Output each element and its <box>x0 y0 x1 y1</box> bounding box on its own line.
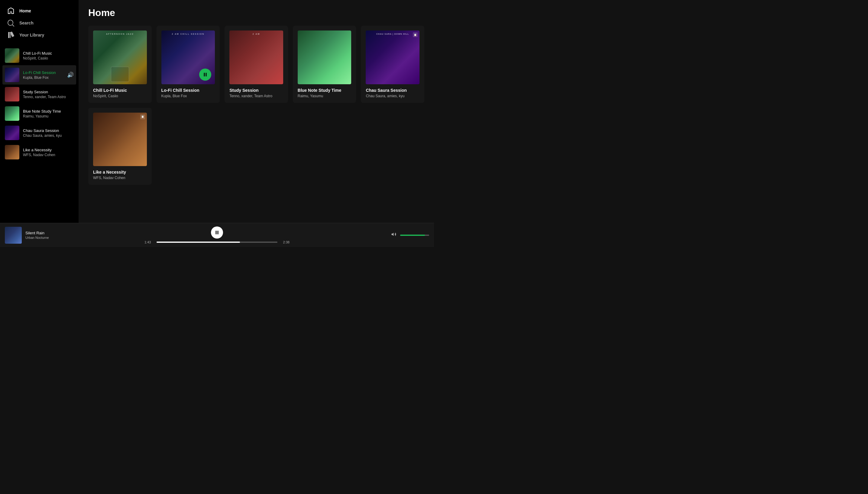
library-item-artists: Tenno, xander, Team Astro <box>23 95 74 99</box>
playlist-card-thumb: 📋 <box>93 113 147 166</box>
svg-rect-3 <box>206 73 207 76</box>
playing-icon: 🔊 <box>67 72 74 78</box>
page-title: Home <box>88 7 424 18</box>
playlist-card-title: Chill Lo-Fi Music <box>93 88 147 93</box>
library-item-name: Study Session <box>23 90 74 94</box>
playlist-card-title: Lo-Fi Chill Session <box>161 88 215 93</box>
player-thumb <box>5 227 22 244</box>
library-list: Chill Lo-Fi Music NoSpirit, Casiio Lo-Fi… <box>0 46 78 218</box>
library-item-info: Chau Saura Session Chau Saura, amies, ky… <box>23 128 74 138</box>
library-item[interactable]: Like a Necessity WFS, Nadav Cohen <box>2 142 76 162</box>
playlist-card-artists: Chau Saura, amies, kyu <box>366 94 419 98</box>
library-item-info: Lo-Fi Chill Session Kupla, Blue Fox <box>23 70 64 80</box>
library-item-thumb <box>5 126 19 140</box>
library-icon <box>7 32 15 39</box>
playlist-card-artists: Raimu, Yasumu <box>298 94 351 98</box>
library-item-artists: NoSpirit, Casiio <box>23 56 74 60</box>
svg-rect-4 <box>216 231 217 234</box>
card-pause-button[interactable] <box>199 69 211 81</box>
library-item-artists: Chau Saura, amies, kyu <box>23 133 74 138</box>
library-item-artists: WFS, Nadav Cohen <box>23 153 74 157</box>
playlist-card-title: Chau Saura Session <box>366 88 419 93</box>
playlist-card[interactable]: 📋 Like a Necessity WFS, Nadav Cohen <box>88 108 152 185</box>
volume-icon <box>391 232 397 239</box>
playlist-card-thumb: AFTERNOON JAZZ <box>93 31 147 84</box>
playlist-card-thumb: CHAU SARA | DOWN HILL 📋 <box>366 31 419 84</box>
player-right <box>345 232 429 239</box>
svg-rect-5 <box>218 231 218 234</box>
playlist-card-title: Blue Note Study Time <box>298 88 351 93</box>
sidebar-nav: Home Search Your Library <box>0 5 78 41</box>
sidebar-home-label: Home <box>19 8 31 13</box>
playlist-card[interactable]: Blue Note Study Time Raimu, Yasumu <box>293 26 356 103</box>
progress-fill <box>157 242 240 243</box>
sidebar-item-home[interactable]: Home <box>5 5 74 17</box>
library-item[interactable]: Chill Lo-Fi Music NoSpirit, Casiio <box>2 46 76 65</box>
library-item-thumb <box>5 106 19 121</box>
playlist-card-artists: Tenno, xander, Team Astro <box>229 94 283 98</box>
svg-rect-2 <box>204 73 205 76</box>
library-item-thumb <box>5 145 19 159</box>
library-item-name: Chau Saura Session <box>23 128 74 133</box>
library-item-artists: Kupla, Blue Fox <box>23 75 64 80</box>
library-item-info: Blue Note Study Time Raimu, Yasumu <box>23 109 74 118</box>
library-item-name: Chill Lo-Fi Music <box>23 51 74 56</box>
pause-button[interactable] <box>211 226 223 239</box>
player-current-time: 1:43 <box>144 240 154 244</box>
library-item-thumb <box>5 68 19 82</box>
playlist-card[interactable]: AFTERNOON JAZZ Chill Lo-Fi Music NoSpiri… <box>88 26 152 103</box>
player-progress: 1:43 2:38 <box>144 240 290 244</box>
player-controls: 1:43 2:38 <box>89 226 345 244</box>
sidebar-item-library[interactable]: Your Library <box>5 29 74 41</box>
library-item[interactable]: Blue Note Study Time Raimu, Yasumu <box>2 104 76 123</box>
player-total-time: 2:38 <box>280 240 290 244</box>
home-icon <box>7 7 15 15</box>
playlist-card-artists: NoSpirit, Casiio <box>93 94 147 98</box>
playlist-card[interactable]: 2 AM Study Session Tenno, xander, Team A… <box>224 26 288 103</box>
volume-bar[interactable] <box>400 235 429 236</box>
sidebar-item-search[interactable]: Search <box>5 17 74 29</box>
player-buttons <box>211 226 223 239</box>
search-icon <box>7 19 15 26</box>
library-item-name: Lo-Fi Chill Session <box>23 70 64 75</box>
player-track-artist: Urban Nocturne <box>25 236 89 240</box>
library-item-info: Chill Lo-Fi Music NoSpirit, Casiio <box>23 51 74 60</box>
playlist-card[interactable]: CHAU SARA | DOWN HILL 📋 Chau Saura Sessi… <box>361 26 424 103</box>
player-track-name: Silent Rain <box>25 231 89 235</box>
playlist-card-thumb <box>298 31 351 84</box>
playlist-card-title: Like a Necessity <box>93 170 147 174</box>
main-content: Home AFTERNOON JAZZ Chill Lo-Fi Music No… <box>78 0 434 223</box>
volume-fill <box>400 235 425 236</box>
library-item-artists: Raimu, Yasumu <box>23 114 74 118</box>
playlist-card[interactable]: 2 AM CHILL SESSION Lo-Fi Chill Session K… <box>157 26 220 103</box>
library-item-name: Like a Necessity <box>23 148 74 152</box>
bottom-player: Silent Rain Urban Nocturne 1:43 2:38 <box>0 223 434 247</box>
playlist-card-title: Study Session <box>229 88 283 93</box>
library-item-name: Blue Note Study Time <box>23 109 74 114</box>
library-item-thumb <box>5 87 19 101</box>
playlist-card-thumb: 2 AM <box>229 31 283 84</box>
library-item[interactable]: Study Session Tenno, xander, Team Astro <box>2 84 76 104</box>
sidebar: Home Search Your Library <box>0 0 78 223</box>
library-item-info: Like a Necessity WFS, Nadav Cohen <box>23 148 74 157</box>
library-item-info: Study Session Tenno, xander, Team Astro <box>23 90 74 99</box>
sidebar-search-label: Search <box>19 21 34 25</box>
playlists-grid: AFTERNOON JAZZ Chill Lo-Fi Music NoSpiri… <box>88 26 424 103</box>
progress-bar[interactable] <box>157 242 277 243</box>
library-item[interactable]: Lo-Fi Chill Session Kupla, Blue Fox 🔊 <box>2 65 76 84</box>
player-track-info: Silent Rain Urban Nocturne <box>25 231 89 240</box>
playlist-card-artists: WFS, Nadav Cohen <box>93 176 147 180</box>
sidebar-library-label: Your Library <box>19 33 44 37</box>
playlist-card-thumb: 2 AM CHILL SESSION <box>161 31 215 84</box>
playlist-card-artists: Kupla, Blue Fox <box>161 94 215 98</box>
library-item-thumb <box>5 48 19 63</box>
player-track: Silent Rain Urban Nocturne <box>5 227 89 244</box>
svg-rect-0 <box>8 32 10 38</box>
library-item[interactable]: Chau Saura Session Chau Saura, amies, ky… <box>2 123 76 142</box>
